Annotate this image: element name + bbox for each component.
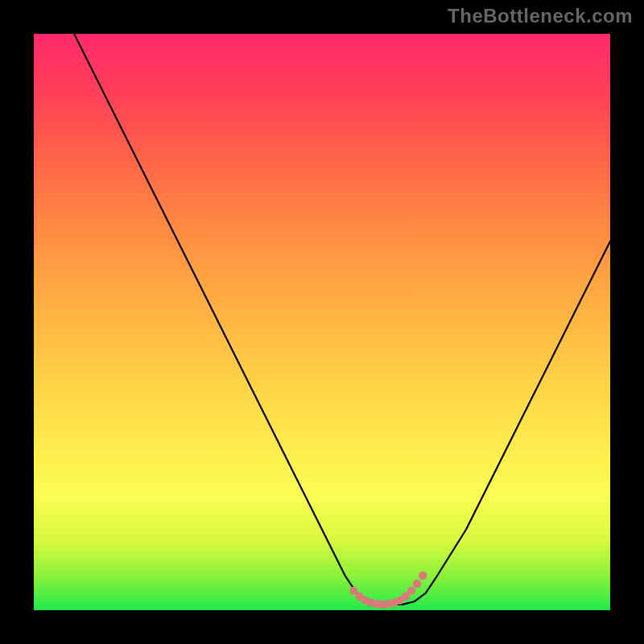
sweet-spot-dot — [407, 586, 415, 594]
chart-container: TheBottleneck.com — [0, 0, 644, 644]
sweet-spot-dot — [419, 572, 427, 580]
bottleneck-curve — [74, 34, 610, 605]
curve-svg — [34, 34, 610, 610]
sweet-spot-dot — [413, 580, 421, 588]
plot-area — [34, 34, 610, 610]
sweet-spot-marker — [349, 572, 427, 609]
watermark-text: TheBottleneck.com — [448, 5, 633, 27]
